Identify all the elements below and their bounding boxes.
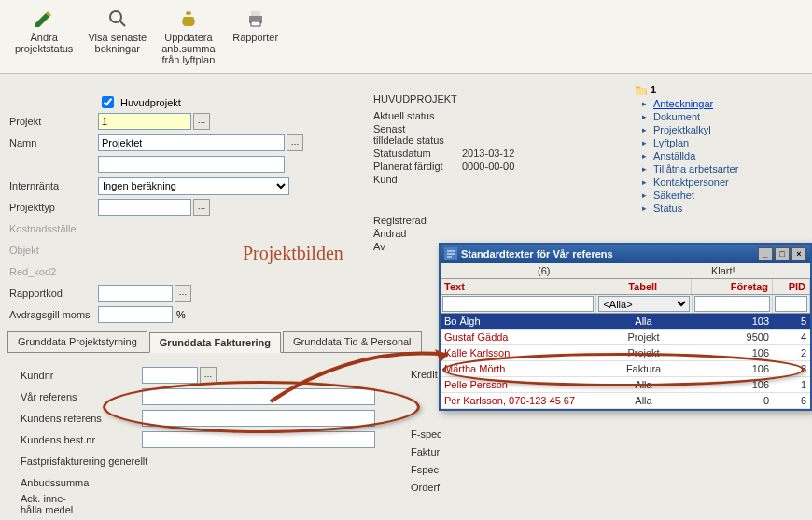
tree-item[interactable]: Lyftplan (653, 136, 803, 149)
tree-item[interactable]: Säkerhet (653, 189, 803, 202)
redkod2-label: Red_kod2 (9, 266, 98, 277)
namn-lookup-button[interactable]: … (287, 134, 303, 151)
kundbest-field[interactable] (142, 431, 375, 448)
money-bag-icon (177, 7, 200, 30)
avdrmoms-label: Avdragsgill moms (9, 309, 98, 320)
projekttyp-field[interactable] (98, 199, 191, 216)
rapportkod-lookup-button[interactable]: … (175, 285, 191, 302)
col-text[interactable]: Text (441, 279, 595, 294)
col-tabell[interactable]: Tabell (595, 279, 692, 294)
update-sum-button[interactable]: Uppdatera anb.summa från lyftplan (154, 4, 222, 69)
cell-text: Märtha Mörth (441, 361, 595, 376)
kundnr-lookup-button[interactable]: … (200, 367, 217, 384)
cell-text: Kalle Karlsson (441, 345, 595, 360)
kundref-label: Kundens referens (21, 413, 142, 424)
tree-item-link[interactable]: Säkerhet (653, 190, 694, 201)
table-row[interactable]: Gustaf GäddaProjekt95004 (441, 330, 810, 345)
tree-item[interactable]: Tillåtna arbetsarter (653, 162, 803, 176)
projekt-field[interactable] (98, 113, 191, 130)
tree-item-link[interactable]: Projektkalkyl (653, 124, 711, 135)
cell-pid: 4 (773, 330, 810, 344)
tab-projektstyrning[interactable]: Grunddata Projektstyrning (7, 331, 147, 352)
col-pid[interactable]: PID (773, 279, 810, 294)
fastpris-label: Fastprisfakturering generellt (21, 456, 147, 467)
cell-text: Pelle Persson (441, 377, 595, 392)
namn-field[interactable] (98, 134, 285, 151)
tab-bar: Grunddata Projektstyrning Grunddata Fakt… (7, 331, 437, 353)
cell-pid: 2 (773, 345, 810, 360)
cell-foretag: 106 (692, 377, 773, 392)
projekttyp-lookup-button[interactable]: … (193, 199, 210, 216)
tab-tid-personal[interactable]: Grunddata Tid & Personal (283, 331, 422, 352)
tree-item-link[interactable]: Anställda (653, 150, 695, 162)
tree-item-link[interactable]: Status (653, 203, 682, 214)
tree-item-link[interactable]: Dokument (653, 111, 700, 122)
internranta-select[interactable]: Ingen beräkning (98, 177, 289, 195)
dialog-column-header: Text Tabell Företag PID (441, 278, 810, 295)
tree-item[interactable]: Status (653, 202, 803, 215)
table-row[interactable]: Kalle KarlssonProjekt1062 (441, 345, 810, 361)
tab-body-fakturering: Kundnr… Vår referens Kundens referens Ku… (7, 353, 437, 516)
dialog-titlebar[interactable]: Standardtexter för Vår referens _ □ × (441, 245, 810, 263)
planerat-value: 0000-00-00 (462, 161, 514, 172)
rapportkod-field[interactable] (98, 285, 173, 302)
tree-item[interactable]: Kontaktpersoner (653, 176, 803, 189)
view-bookings-label: Visa senaste bokningar (88, 32, 147, 54)
projekt-lookup-button[interactable]: … (193, 113, 210, 130)
maximize-button[interactable]: □ (775, 247, 790, 260)
col-foretag[interactable]: Företag (692, 279, 773, 294)
tree-item[interactable]: Projektkalkyl (653, 123, 803, 136)
tree-item[interactable]: Anteckningar (653, 97, 803, 110)
tree-root[interactable]: 1 (635, 84, 803, 95)
filter-pid-input[interactable] (775, 296, 807, 312)
edit-status-button[interactable]: Ändra projektstatus (7, 4, 80, 69)
cell-tabell: Projekt (595, 345, 692, 360)
aktuell-label: Aktuell status (373, 110, 462, 121)
tab-fakturering[interactable]: Grunddata Fakturering (149, 332, 281, 353)
orderf-label: Orderf (411, 482, 442, 499)
tree-item-link[interactable]: Tillåtna arbetsarter (653, 163, 738, 175)
dialog-count: (6) (446, 265, 641, 276)
cell-tabell: Alla (595, 393, 692, 408)
table-row[interactable]: Bo ÄlghAlla1035 (441, 314, 810, 330)
kostnadsstalle-label: Kostnadsställe (9, 223, 98, 234)
planerat-label: Planerat färdigt (373, 161, 462, 172)
close-button[interactable]: × (791, 247, 806, 260)
cell-pid: 6 (773, 393, 810, 408)
printer-icon (245, 7, 267, 30)
cell-text: Gustaf Gädda (441, 330, 595, 344)
minimize-button[interactable]: _ (758, 247, 773, 260)
namn2-field[interactable] (98, 156, 285, 173)
table-row[interactable]: Märtha MörthFaktura1063 (441, 361, 810, 377)
reports-button[interactable]: Rapporter (223, 4, 288, 69)
cell-pid: 3 (773, 361, 810, 376)
status-heading: HUVUDPROJEKT (373, 93, 607, 105)
varreferens-field[interactable] (142, 388, 375, 405)
tree-item-link[interactable]: Lyftplan (653, 137, 689, 148)
kundref-field[interactable] (142, 410, 375, 427)
cell-text: Bo Älgh (441, 314, 595, 329)
tree-item-link[interactable]: Anteckningar (653, 98, 713, 109)
table-row[interactable]: Pelle PerssonAlla1061 (441, 377, 810, 393)
ack-label: Ack. inne- hålla medel (21, 493, 142, 515)
dialog-subhead: (6) Klart! (441, 263, 810, 278)
tree-item-link[interactable]: Kontaktpersoner (653, 176, 729, 188)
table-row[interactable]: Per Karlsson, 070-123 45 67Alla06 (441, 393, 810, 409)
dialog-filter-row: <Alla> (441, 295, 810, 314)
kundnr-field[interactable] (142, 367, 198, 384)
cell-text: Per Karlsson, 070-123 45 67 (441, 393, 595, 408)
tree-item[interactable]: Anställda (653, 149, 803, 162)
kund-label: Kund (373, 174, 462, 185)
cell-foretag: 103 (692, 314, 773, 329)
reports-label: Rapporter (232, 32, 278, 43)
filter-foretag-input[interactable] (694, 296, 770, 312)
tree-item[interactable]: Dokument (653, 110, 803, 123)
view-bookings-button[interactable]: Visa senaste bokningar (80, 4, 154, 69)
filter-tabell-select[interactable]: <Alla> (598, 296, 689, 312)
dialog-grid: Bo ÄlghAlla1035Gustaf GäddaProjekt95004K… (441, 314, 810, 409)
main-project-checkbox[interactable] (102, 96, 114, 108)
fspec1-label: F-spec (411, 429, 442, 446)
avdrmoms-field[interactable] (98, 306, 173, 323)
andrad-label: Ändrad (373, 228, 462, 239)
filter-text-input[interactable] (442, 296, 594, 312)
